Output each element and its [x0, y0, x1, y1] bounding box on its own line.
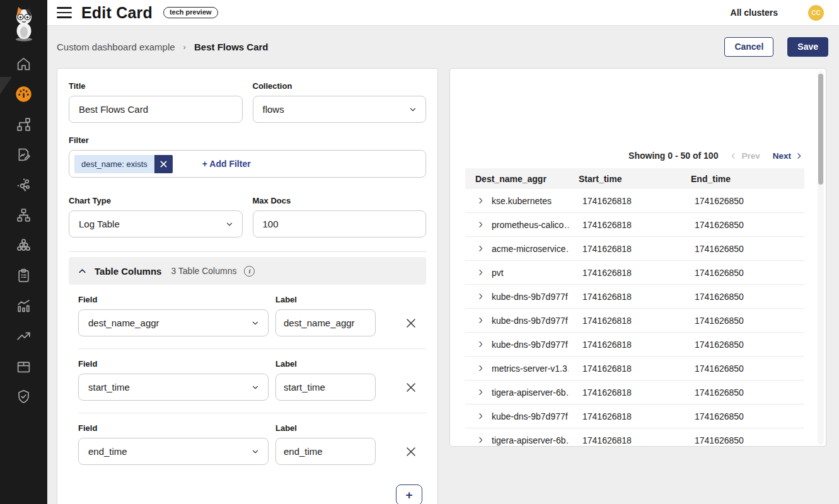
title-input[interactable]: [69, 96, 243, 123]
expand-chevron-icon[interactable]: [477, 436, 485, 444]
sidebar-item-home[interactable]: [11, 55, 37, 72]
table-row[interactable]: kube-dns-9b7d977f… 1741626818 1741626850: [465, 333, 804, 357]
close-icon: [405, 318, 417, 329]
close-icon: [405, 446, 417, 457]
title-label: Title: [69, 81, 243, 91]
expand-chevron-icon[interactable]: [477, 220, 485, 229]
field-label: Field: [78, 295, 269, 304]
table-row[interactable]: acme-microservice… 1741626818 1741626850: [465, 237, 804, 261]
home-icon: [16, 56, 32, 72]
column-header-dest-name-aggr: Dest_name_aggr: [465, 174, 569, 184]
label-label: Label: [275, 295, 376, 304]
expand-chevron-icon[interactable]: [477, 340, 485, 348]
avatar[interactable]: CC: [808, 5, 824, 21]
expand-chevron-icon[interactable]: [477, 316, 485, 324]
sidebar-item-dashboards[interactable]: [11, 86, 37, 102]
expand-chevron-icon[interactable]: [477, 412, 485, 420]
breadcrumb-parent[interactable]: Custom dashboard example: [57, 42, 175, 52]
sidebar-item-service-graph[interactable]: [11, 116, 37, 132]
field-select-start-time[interactable]: start_time: [78, 374, 269, 401]
trending-up-icon: [16, 328, 32, 344]
label-label: Label: [275, 359, 376, 369]
add-filter-button[interactable]: + Add Filter: [202, 159, 251, 169]
close-icon: [160, 161, 167, 168]
report-icon: [16, 147, 32, 163]
table-row[interactable]: kube-dns-9b7d977f… 1741626818 1741626850: [465, 285, 804, 309]
expand-chevron-icon[interactable]: [477, 292, 485, 301]
table-row[interactable]: kube-dns-9b7d977f… 1741626818 1741626850: [465, 404, 804, 428]
sidebar-item-hosts[interactable]: [11, 207, 37, 223]
menu-icon[interactable]: [57, 7, 72, 18]
table-columns-count: 3 Table Columns: [171, 266, 236, 276]
filter-chip: dest_name: exists: [74, 155, 173, 173]
filter-chip-label: dest_name: exists: [74, 155, 154, 173]
chevron-left-icon: [729, 152, 738, 160]
sidebar-item-flow-visualizer[interactable]: [11, 176, 37, 193]
sidebar-item-threat-feeds[interactable]: [11, 328, 37, 344]
pagination-status: Showing 0 - 50 of 100: [628, 151, 718, 161]
scrollbar-thumb[interactable]: [818, 74, 823, 185]
save-button[interactable]: Save: [787, 37, 828, 57]
breadcrumb-current: Best Flows Card: [194, 42, 269, 52]
table-column-row: Field dest_name_aggr Label: [78, 285, 426, 349]
label-label: Label: [275, 423, 376, 433]
cluster-selector[interactable]: All clusters: [731, 8, 778, 18]
sidebar-nav: [0, 55, 47, 404]
expand-chevron-icon[interactable]: [477, 197, 485, 205]
chevron-down-icon: [251, 319, 260, 328]
filter-box: dest_name: exists + Add Filter: [69, 150, 426, 178]
label-input-dest-name-aggr[interactable]: [275, 309, 376, 336]
add-column-button[interactable]: +: [396, 484, 422, 504]
field-select-end-time[interactable]: end_time: [78, 438, 269, 465]
remove-column-button[interactable]: [402, 314, 420, 332]
collection-select[interactable]: flows: [253, 96, 427, 123]
table-row[interactable]: pvt 1741626818 1741626850: [465, 261, 804, 285]
table-row[interactable]: metrics-server-v1.3… 1741626818 17416268…: [465, 357, 804, 381]
max-docs-input[interactable]: [253, 210, 427, 238]
table-header-row: Dest_name_aggr Start_time End_time: [465, 168, 804, 189]
sidebar-item-policies[interactable]: [11, 267, 37, 284]
label-input-start-time[interactable]: [275, 374, 376, 401]
table-row[interactable]: tigera-apiserver-6b… 1741626818 17416268…: [465, 428, 804, 447]
sidebar-item-reports[interactable]: [11, 146, 37, 163]
remove-column-button[interactable]: [402, 379, 420, 396]
scrollbar-track[interactable]: [818, 71, 824, 445]
sidebar-item-inventory[interactable]: [11, 358, 37, 374]
app-logo[interactable]: [0, 0, 47, 50]
field-select-dest-name-aggr[interactable]: dest_name_aggr: [78, 309, 269, 336]
chevron-down-icon: [251, 447, 260, 456]
page-title: Edit Card: [81, 4, 153, 22]
prev-button[interactable]: Prev: [729, 151, 760, 161]
corner-flap-decoration: [0, 77, 12, 94]
preview-panel: Showing 0 - 50 of 100 Prev Next Dest_nam…: [449, 68, 826, 447]
remove-column-button[interactable]: [402, 443, 420, 461]
chart-type-select[interactable]: Log Table: [69, 210, 243, 238]
table-columns-section-header[interactable]: Table Columns 3 Table Columns i: [69, 257, 426, 285]
expand-chevron-icon[interactable]: [477, 268, 485, 277]
expand-chevron-icon[interactable]: [477, 244, 485, 253]
table-row[interactable]: prometheus-calico… 1741626818 1741626850: [465, 213, 804, 237]
sidebar-item-clusters[interactable]: [11, 237, 37, 253]
info-icon[interactable]: i: [244, 266, 255, 277]
chevron-right-icon: [795, 152, 803, 160]
cancel-button[interactable]: Cancel: [724, 37, 773, 57]
sidebar-item-logs[interactable]: [11, 297, 37, 314]
pagination: Showing 0 - 50 of 100 Prev Next: [628, 151, 803, 161]
max-docs-label: Max Docs: [253, 196, 427, 205]
table-row[interactable]: tigera-apiserver-6b… 1741626818 17416268…: [465, 381, 804, 404]
remove-filter-button[interactable]: [154, 155, 173, 173]
clipboard-icon: [16, 268, 32, 284]
dashboard-gauge-icon: [15, 86, 32, 103]
table-columns-list: Field dest_name_aggr Label Field st: [69, 285, 426, 477]
table-row[interactable]: kube-dns-9b7d977f… 1741626818 1741626850: [465, 309, 804, 333]
expand-chevron-icon[interactable]: [477, 388, 485, 396]
next-button[interactable]: Next: [773, 151, 803, 161]
chevron-down-icon: [251, 383, 260, 392]
collection-label: Collection: [253, 81, 427, 91]
expand-chevron-icon[interactable]: [477, 364, 485, 372]
preview-table: Dest_name_aggr Start_time End_time kse.k…: [465, 168, 804, 447]
table-row[interactable]: kse.kubernetes 1741626818 1741626850: [465, 189, 804, 213]
filter-label: Filter: [69, 135, 426, 145]
sidebar-item-security[interactable]: [11, 388, 37, 404]
label-input-end-time[interactable]: [275, 438, 376, 465]
